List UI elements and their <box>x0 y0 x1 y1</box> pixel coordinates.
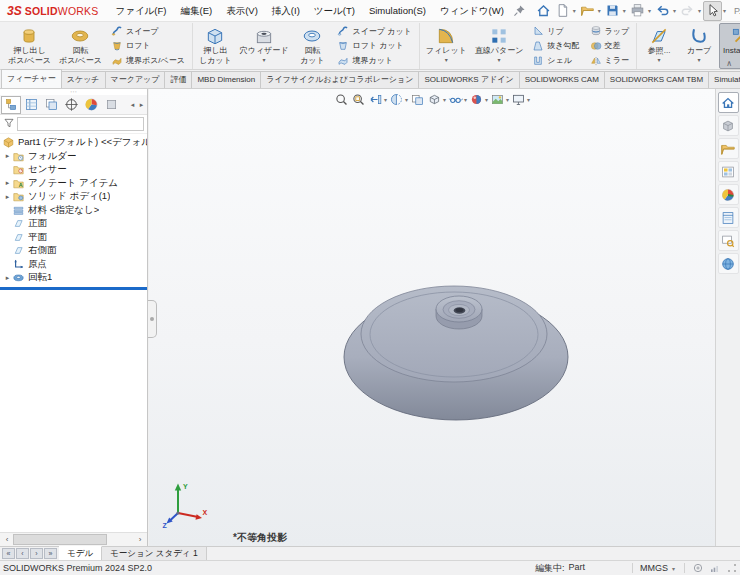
scroll-left-button[interactable]: ‹ <box>1 535 13 544</box>
extruded-cut-button[interactable]: 押し出しカット <box>195 23 236 69</box>
zoom-to-fit-button[interactable] <box>333 92 350 107</box>
solidworks-resources-button[interactable] <box>718 92 739 113</box>
chevron-down-icon[interactable]: ▾ <box>723 7 726 14</box>
tree-history-folder[interactable]: ▸フォルダー <box>0 150 147 164</box>
ribbon-collapse-button[interactable]: ∧ <box>726 59 732 68</box>
scrollbar-track[interactable] <box>13 534 134 545</box>
tree-revolve1[interactable]: ▸回転1 <box>0 271 147 285</box>
model-tab-nav-0[interactable]: « <box>2 548 15 559</box>
home-button[interactable] <box>534 1 553 21</box>
chevron-down-icon[interactable]: ▾ <box>405 96 408 103</box>
units-selector[interactable]: MMGS ▾ <box>640 563 677 573</box>
chevron-down-icon[interactable]: ▾ <box>464 96 467 103</box>
model-tab-nav-2[interactable]: › <box>30 548 43 559</box>
boundary-boss-base-button[interactable]: 境界ボス/ベース <box>108 54 188 68</box>
revolved-cut-button[interactable]: 回転カット <box>292 23 332 69</box>
more-managers-tab[interactable] <box>101 96 121 114</box>
tab-lifecycle-collaboration[interactable]: ライフサイクルおよびコラボレーション <box>260 71 419 88</box>
manager-tabs-scroll-left[interactable]: ◂ <box>128 101 137 109</box>
revolved-disc-part[interactable] <box>336 254 576 444</box>
view-palette-button[interactable] <box>718 161 739 182</box>
menu-window[interactable]: ウィンドウ(W) <box>433 0 511 22</box>
resize-grip[interactable] <box>727 563 737 573</box>
tree-sensors[interactable]: センサー <box>0 163 147 177</box>
section-view-button[interactable]: ▾ <box>388 92 409 107</box>
fillet-button[interactable]: フィレット▾ <box>422 23 471 69</box>
curves-button[interactable]: カーブ▾ <box>679 23 719 69</box>
chevron-down-icon[interactable]: ▾ <box>443 96 446 103</box>
previous-view-button[interactable]: ▾ <box>367 92 388 107</box>
redo-button[interactable] <box>678 1 697 21</box>
tab-solidworks-cam[interactable]: SOLIDWORKS CAM <box>519 71 605 88</box>
panel-splitter-handle[interactable] <box>148 300 157 338</box>
menu-file[interactable]: ファイル(F) <box>108 0 173 22</box>
dimxpertmanager-tab[interactable] <box>61 96 81 114</box>
graphics-area[interactable]: ▾▾▾▾▾▾▾ YXZ *不等角投影 <box>149 89 715 546</box>
design-library-button[interactable] <box>718 115 739 136</box>
model-tab[interactable]: モデル <box>59 546 102 560</box>
new-document-button[interactable] <box>553 1 572 21</box>
chevron-down-icon[interactable]: ▾ <box>648 7 651 14</box>
save-button[interactable] <box>603 1 622 21</box>
view-orientation-button[interactable]: ▾ <box>426 92 447 107</box>
mirror-button[interactable]: ミラー <box>587 54 633 68</box>
tab-solidworks-addins[interactable]: SOLIDWORKS アドイン <box>418 71 519 88</box>
revolved-boss-base-button[interactable]: 回転ボス/ベース <box>55 23 106 69</box>
edit-appearance-button[interactable]: ▾ <box>468 92 489 107</box>
reference-geometry-button[interactable]: 参照...▾ <box>639 23 679 69</box>
tab-simulation[interactable]: Simulation <box>708 71 740 88</box>
view-settings-button[interactable]: ▾ <box>510 92 531 107</box>
expander-icon[interactable]: ▸ <box>3 193 12 201</box>
model-tab-nav-3[interactable]: » <box>44 548 57 559</box>
chevron-down-icon[interactable]: ▾ <box>445 57 448 63</box>
hole-wizard-button[interactable]: 穴ウィザード▾ <box>236 23 293 69</box>
chevron-down-icon[interactable]: ▾ <box>698 57 701 63</box>
appearances-scenes-button[interactable] <box>718 184 739 205</box>
tab-features[interactable]: フィーチャー <box>1 69 62 88</box>
tab-markup[interactable]: マークアップ <box>105 71 166 88</box>
chevron-down-icon[interactable]: ▾ <box>527 96 530 103</box>
featuremanager-tree-tab[interactable] <box>1 96 21 114</box>
configurationmanager-tab[interactable] <box>41 96 61 114</box>
wrap-button[interactable]: ラップ <box>587 24 633 38</box>
scrollbar-thumb[interactable] <box>13 534 107 545</box>
expander-icon[interactable]: ▸ <box>3 179 12 187</box>
tree-front-plane[interactable]: 正面 <box>0 217 147 231</box>
undo-button[interactable] <box>653 1 672 21</box>
open-button[interactable] <box>578 1 597 21</box>
chevron-down-icon[interactable]: ▾ <box>698 7 701 14</box>
lofted-cut-button[interactable]: ロフト カット <box>334 39 414 53</box>
print-button[interactable] <box>628 1 647 21</box>
scroll-right-button[interactable]: › <box>134 535 146 544</box>
tree-origin[interactable]: 原点 <box>0 258 147 272</box>
chevron-down-icon[interactable]: ▾ <box>384 96 387 103</box>
select-button[interactable] <box>703 1 722 21</box>
menu-view[interactable]: 表示(V) <box>219 0 265 22</box>
swept-boss-base-button[interactable]: スイープ <box>108 24 188 38</box>
tab-solidworks-cam-tbm[interactable]: SOLIDWORKS CAM TBM <box>604 71 709 88</box>
apply-scene-button[interactable]: ▾ <box>489 92 510 107</box>
file-explorer-button[interactable] <box>718 138 739 159</box>
rollback-bar[interactable] <box>0 287 147 290</box>
zoom-to-area-button[interactable] <box>350 92 367 107</box>
chevron-down-icon[interactable]: ▾ <box>623 7 626 14</box>
chevron-down-icon[interactable]: ▾ <box>485 96 488 103</box>
tree-root-part[interactable]: Part1 (デフォルト) <<デフォルト>_表示状態 <box>0 136 147 150</box>
motion-study-tab[interactable]: モーション スタディ 1 <box>102 547 207 560</box>
menu-tools[interactable]: ツール(T) <box>307 0 362 22</box>
tree-solid-bodies[interactable]: ▸ソリッド ボディ(1) <box>0 190 147 204</box>
preview-window-button[interactable] <box>718 230 739 251</box>
tab-sketch[interactable]: スケッチ <box>61 71 106 88</box>
propertymanager-tab[interactable] <box>21 96 41 114</box>
tree-annotations[interactable]: ▸Aアノテート アイテム <box>0 177 147 191</box>
tree-right-plane[interactable]: 右側面 <box>0 244 147 258</box>
search-box[interactable]: P... <box>734 6 740 16</box>
tree-material[interactable]: 材料 <指定なし> <box>0 204 147 218</box>
chevron-down-icon[interactable]: ▾ <box>658 57 661 63</box>
pin-menu-button[interactable] <box>513 4 526 17</box>
manager-tabs-scroll-right[interactable]: ▸ <box>137 101 146 109</box>
tab-mbd-dimension[interactable]: MBD Dimension <box>191 71 261 88</box>
tab-evaluate[interactable]: 評価 <box>164 71 192 88</box>
expander-icon[interactable]: ▸ <box>3 152 12 160</box>
displaymanager-tab[interactable] <box>81 96 101 114</box>
